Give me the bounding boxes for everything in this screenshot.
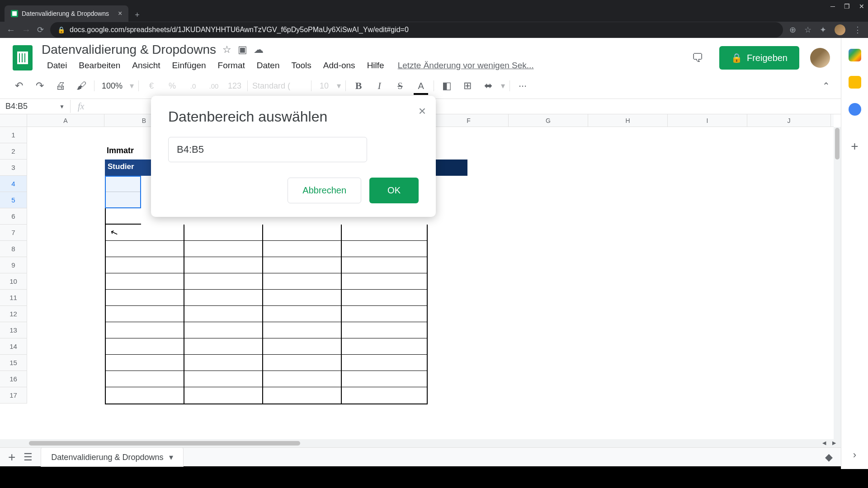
url-bar[interactable]: 🔒 docs.google.com/spreadsheets/d/1JKUDAN… <box>50 22 783 38</box>
tab-close-icon[interactable]: × <box>118 9 122 18</box>
dialog-overlay: × Datenbereich auswählen Abbrechen OK <box>0 38 868 469</box>
browser-menu-icon[interactable]: ⋮ <box>854 25 862 35</box>
reload-icon[interactable]: ⟳ <box>37 25 44 35</box>
range-input[interactable] <box>168 137 367 162</box>
nav-forward-icon[interactable]: → <box>22 25 31 35</box>
browser-tab-active[interactable]: Datenvalidierung & Dropdowns × <box>5 5 128 22</box>
window-close-icon[interactable]: ✕ <box>859 3 864 10</box>
letterbox-bottom <box>0 469 868 488</box>
dialog-close-icon[interactable]: × <box>419 104 426 118</box>
select-data-range-dialog: × Datenbereich auswählen Abbrechen OK <box>151 96 436 217</box>
zoom-indicator-icon[interactable]: ⊕ <box>789 25 796 35</box>
browser-profile-avatar[interactable] <box>835 24 845 35</box>
window-maximize-icon[interactable]: ❐ <box>844 3 850 10</box>
dialog-title: Datenbereich auswählen <box>168 108 419 125</box>
url-text: docs.google.com/spreadsheets/d/1JKUDANYH… <box>70 26 409 34</box>
extensions-icon[interactable]: ✦ <box>820 25 826 35</box>
cancel-button[interactable]: Abbrechen <box>288 178 361 203</box>
browser-toolbar: ← → ⟳ 🔒 docs.google.com/spreadsheets/d/1… <box>0 22 868 38</box>
lock-icon: 🔒 <box>57 26 65 33</box>
bookmark-star-icon[interactable]: ☆ <box>804 25 811 35</box>
new-tab-button[interactable]: + <box>128 9 146 22</box>
ok-button[interactable]: OK <box>369 178 419 203</box>
window-minimize-icon[interactable]: ─ <box>830 3 835 10</box>
tab-title: Datenvalidierung & Dropdowns <box>22 10 109 17</box>
browser-tab-strip: Datenvalidierung & Dropdowns × + <box>0 13 868 22</box>
sheets-favicon-icon <box>11 10 18 17</box>
nav-back-icon[interactable]: ← <box>6 25 15 35</box>
